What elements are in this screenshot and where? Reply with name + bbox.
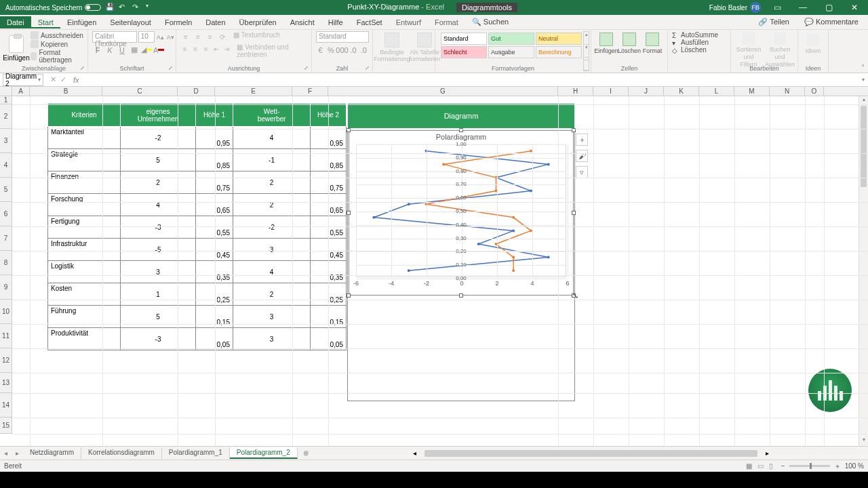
dialog-launcher-icon[interactable]: ⤢ bbox=[80, 65, 85, 71]
row-header[interactable]: 4 bbox=[0, 153, 12, 178]
sheet-tab[interactable]: Netzdiagramm bbox=[23, 447, 81, 459]
table-row[interactable]: Kosten10,2520,25 bbox=[48, 283, 347, 306]
comments-button[interactable]: 💬 Kommentare bbox=[797, 16, 865, 28]
column-header[interactable]: B bbox=[30, 87, 102, 96]
select-all-corner[interactable] bbox=[0, 87, 12, 96]
row-header[interactable]: 3 bbox=[0, 129, 12, 153]
comma-icon[interactable]: 000 bbox=[337, 44, 348, 56]
sheet-tab[interactable]: Polardiagramm_2 bbox=[230, 447, 298, 459]
zoom-in-icon[interactable]: ＋ bbox=[834, 462, 841, 471]
column-header[interactable]: L bbox=[699, 87, 734, 96]
column-header[interactable]: I bbox=[593, 87, 629, 96]
table-row[interactable]: Strategie50,85-10,85 bbox=[48, 149, 347, 171]
fx-icon[interactable]: fx bbox=[71, 76, 82, 84]
worksheet[interactable]: ABCDEFGHIJKLMNO Kriterien eigenes Untern… bbox=[0, 87, 868, 446]
decrease-indent-icon[interactable]: ⇤ bbox=[212, 43, 220, 54]
add-sheet-button[interactable]: ⊕ bbox=[298, 449, 314, 457]
row-header[interactable]: 1 bbox=[0, 96, 12, 104]
tab-review[interactable]: Überprüfen bbox=[233, 16, 283, 28]
zoom-out-icon[interactable]: − bbox=[781, 462, 785, 470]
column-header[interactable]: O bbox=[805, 87, 824, 96]
table-row[interactable]: Forschung40,6520,65 bbox=[48, 194, 347, 216]
align-left-icon[interactable]: ≡ bbox=[180, 43, 189, 54]
row-header[interactable]: 13 bbox=[0, 373, 12, 393]
align-top-icon[interactable]: ≡ bbox=[180, 31, 191, 42]
column-header[interactable]: D bbox=[178, 87, 215, 96]
table-row[interactable]: Infrastruktur-50,4530,45 bbox=[48, 239, 347, 261]
undo-icon[interactable]: ↶ bbox=[119, 3, 128, 12]
currency-icon[interactable]: € bbox=[316, 44, 325, 56]
font-color-button[interactable]: A bbox=[153, 44, 164, 56]
increase-font-icon[interactable]: A▴ bbox=[156, 31, 165, 43]
ideas-button[interactable]: Ideen bbox=[802, 31, 824, 54]
insert-cells-button[interactable]: Einfügen bbox=[595, 33, 617, 54]
minimize-icon[interactable]: ― bbox=[793, 0, 812, 15]
chart-title[interactable]: Polardiagramm bbox=[349, 131, 573, 141]
merge-button[interactable]: ▦ Verbinden und zentrieren bbox=[237, 43, 307, 58]
row-header[interactable]: 10 bbox=[0, 300, 12, 324]
tab-design[interactable]: Entwurf bbox=[389, 16, 428, 28]
maximize-icon[interactable]: ▢ bbox=[819, 0, 838, 15]
zoom-level[interactable]: 100 % bbox=[845, 462, 864, 470]
paste-button[interactable]: Einfügen bbox=[4, 31, 28, 65]
orientation-icon[interactable]: ⟳ bbox=[217, 31, 228, 42]
column-header[interactable]: K bbox=[664, 87, 699, 96]
tab-start[interactable]: Start bbox=[31, 16, 60, 28]
format-cells-button[interactable]: Format bbox=[642, 33, 663, 54]
row-header[interactable]: 11 bbox=[0, 324, 12, 348]
table-row[interactable]: Logistik30,3540,35 bbox=[48, 261, 347, 283]
column-header[interactable]: F bbox=[292, 87, 328, 96]
tab-format[interactable]: Format bbox=[428, 16, 465, 28]
autosum-button[interactable]: ΣAutoSumme bbox=[672, 31, 726, 39]
percent-icon[interactable]: % bbox=[326, 44, 335, 56]
align-right-icon[interactable]: ≡ bbox=[201, 43, 210, 54]
resize-handle[interactable] bbox=[347, 293, 351, 298]
chart-styles-button[interactable]: 🖌 bbox=[576, 150, 588, 162]
align-middle-icon[interactable]: ≡ bbox=[193, 31, 203, 42]
collapse-ribbon-icon[interactable]: ˄ bbox=[857, 30, 868, 73]
save-icon[interactable]: 💾 bbox=[105, 3, 115, 12]
fill-color-button[interactable]: ◢ bbox=[141, 44, 152, 56]
column-header[interactable]: E bbox=[215, 87, 292, 96]
close-icon[interactable]: ✕ bbox=[845, 0, 864, 15]
tab-view[interactable]: Ansicht bbox=[283, 16, 321, 28]
chart-filters-button[interactable]: ▿ bbox=[576, 166, 588, 178]
redo-icon[interactable]: ↷ bbox=[132, 3, 142, 12]
scroll-left-icon[interactable]: ◂ bbox=[413, 449, 416, 457]
style-berechnung[interactable]: Berechnung bbox=[536, 46, 582, 58]
table-row[interactable]: Finanzen20,7520,75 bbox=[48, 171, 347, 194]
style-gut[interactable]: Gut bbox=[488, 33, 534, 45]
cancel-formula-icon[interactable]: ✕ bbox=[50, 75, 56, 84]
tab-factset[interactable]: FactSet bbox=[350, 16, 389, 28]
style-schlecht[interactable]: Schlecht bbox=[441, 46, 487, 58]
increase-decimal-icon[interactable]: .0 bbox=[349, 44, 358, 56]
table-row[interactable]: Produktivität-30,0530,05 bbox=[48, 328, 347, 350]
style-ausgabe[interactable]: Ausgabe bbox=[488, 46, 534, 58]
plot-area[interactable]: -6-4-202460,000,100,200,300,400,500,600,… bbox=[356, 144, 566, 285]
decrease-decimal-icon[interactable]: .0 bbox=[359, 44, 368, 56]
scroll-down-icon[interactable]: ▾ bbox=[859, 436, 868, 446]
tab-formulas[interactable]: Formeln bbox=[158, 16, 199, 28]
resize-handle[interactable] bbox=[459, 293, 463, 298]
border-button[interactable]: ▦ bbox=[129, 44, 140, 56]
decrease-font-icon[interactable]: A▾ bbox=[166, 31, 175, 43]
scroll-thumb[interactable] bbox=[861, 106, 867, 187]
column-header[interactable]: J bbox=[629, 87, 664, 96]
row-header[interactable]: 12 bbox=[0, 348, 12, 373]
sort-filter-button[interactable]: Sortieren und Filtern bbox=[735, 33, 762, 68]
chart-object[interactable]: Polardiagramm -6-4-202460,000,100,200,30… bbox=[349, 130, 574, 296]
row-header[interactable]: 5 bbox=[0, 178, 12, 202]
wrap-text-button[interactable]: ▦ Textumbruch bbox=[233, 31, 280, 42]
font-size-combo[interactable]: 10 bbox=[138, 31, 155, 43]
normal-view-icon[interactable]: ▦ bbox=[746, 462, 752, 470]
zoom-slider[interactable] bbox=[789, 465, 830, 467]
expand-formula-bar-icon[interactable]: ▾ bbox=[859, 77, 868, 83]
sheet-tab[interactable]: Korrelationsdiagramm bbox=[81, 447, 162, 459]
accept-formula-icon[interactable]: ✓ bbox=[60, 75, 66, 84]
tab-nav-prev-icon[interactable]: ◂ bbox=[0, 449, 12, 457]
table-row[interactable]: Marktanteil-20,9540,95 bbox=[48, 127, 347, 149]
resize-handle[interactable] bbox=[572, 211, 576, 215]
tab-insert[interactable]: Einfügen bbox=[60, 16, 103, 28]
page-layout-view-icon[interactable]: ▭ bbox=[757, 462, 764, 470]
row-header[interactable]: 8 bbox=[0, 251, 12, 275]
